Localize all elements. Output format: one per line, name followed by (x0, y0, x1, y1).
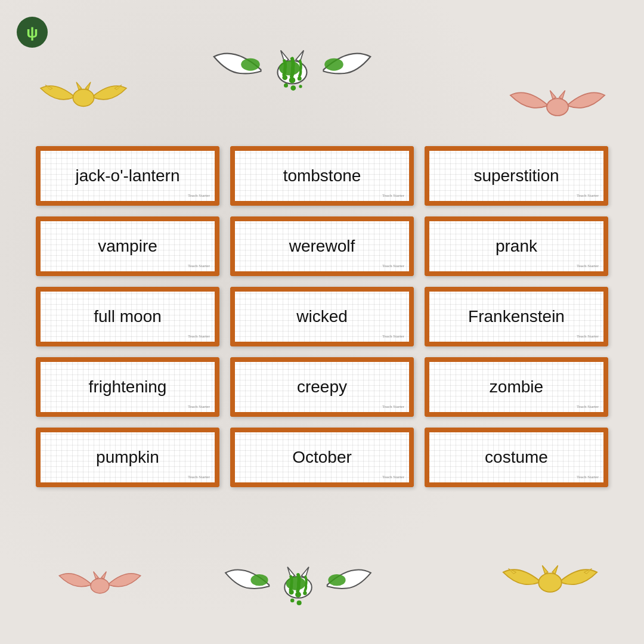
card-creepy-word: creepy (297, 377, 347, 397)
card-prank-word: prank (496, 237, 537, 256)
card-october-word: October (292, 448, 352, 467)
card-pumpkin: pumpkinTeach Starter (36, 428, 219, 487)
svg-point-19 (250, 574, 268, 586)
card-tombstone-word: tombstone (283, 166, 361, 185)
card-zombie-brand: Teach Starter (577, 404, 599, 409)
svg-point-22 (538, 573, 562, 592)
svg-point-8 (241, 58, 260, 71)
card-vampire-brand: Teach Starter (188, 264, 210, 268)
card-full-moon: full moonTeach Starter (36, 287, 219, 346)
svg-point-21 (286, 577, 306, 590)
card-werewolf: werewolfTeach Starter (230, 216, 414, 276)
svg-point-0 (73, 89, 94, 107)
card-werewolf-word: werewolf (289, 237, 355, 256)
card-full-moon-word: full moon (94, 307, 162, 326)
svg-point-5 (284, 83, 288, 88)
bat-bottom-left (54, 558, 146, 611)
card-pumpkin-brand: Teach Starter (188, 475, 210, 479)
card-jack-o-lantern-brand: Teach Starter (188, 193, 210, 198)
svg-point-20 (328, 574, 345, 586)
bat-top-center (209, 36, 376, 112)
card-vampire: vampireTeach Starter (36, 216, 219, 276)
card-frankenstein-brand: Teach Starter (577, 334, 599, 339)
card-prank-brand: Teach Starter (577, 264, 599, 268)
card-wicked-word: wicked (296, 307, 348, 326)
logo: ψ (17, 17, 48, 48)
card-zombie-word: zombie (490, 377, 543, 397)
card-zombie: zombieTeach Starter (425, 357, 608, 417)
card-creepy: creepyTeach Starter (230, 357, 414, 417)
svg-point-15 (295, 592, 301, 597)
svg-point-10 (279, 61, 300, 76)
card-creepy-brand: Teach Starter (382, 404, 404, 409)
card-jack-o-lantern-word: jack-o'-lantern (76, 166, 180, 185)
card-prank: prankTeach Starter (425, 216, 608, 276)
svg-point-4 (298, 76, 302, 80)
card-full-moon-brand: Teach Starter (188, 334, 210, 339)
card-tombstone: tombstoneTeach Starter (230, 146, 414, 206)
svg-point-3 (289, 77, 296, 83)
svg-point-12 (91, 578, 109, 593)
card-frightening: frighteningTeach Starter (36, 357, 219, 417)
card-wicked: wickedTeach Starter (230, 287, 414, 346)
svg-point-2 (282, 75, 287, 80)
card-costume-word: costume (485, 448, 548, 467)
card-frightening-brand: Teach Starter (188, 404, 210, 409)
card-vampire-word: vampire (98, 237, 157, 256)
card-superstition-word: superstition (473, 166, 559, 185)
svg-point-16 (303, 592, 307, 596)
card-werewolf-brand: Teach Starter (382, 264, 404, 268)
card-jack-o-lantern: jack-o'-lanternTeach Starter (36, 146, 219, 206)
bat-bottom-center (221, 551, 376, 626)
svg-point-6 (290, 85, 296, 91)
card-frankenstein-word: Frankenstein (468, 307, 565, 326)
svg-point-17 (290, 599, 295, 603)
card-pumpkin-word: pumpkin (96, 448, 159, 467)
card-costume-brand: Teach Starter (577, 475, 599, 479)
bat-bottom-right (498, 554, 602, 609)
svg-point-9 (324, 58, 343, 71)
card-superstition: superstitionTeach Starter (425, 146, 608, 206)
card-wicked-brand: Teach Starter (382, 334, 404, 339)
bat-top-left (36, 72, 131, 122)
svg-point-11 (547, 98, 568, 116)
svg-point-18 (297, 600, 302, 605)
card-superstition-brand: Teach Starter (577, 193, 599, 198)
card-tombstone-brand: Teach Starter (382, 193, 404, 198)
card-frankenstein: FrankensteinTeach Starter (425, 287, 608, 346)
card-frightening-word: frightening (89, 377, 167, 397)
word-cards-grid: jack-o'-lanternTeach StartertombstoneTea… (36, 146, 608, 487)
svg-point-7 (299, 85, 302, 88)
card-costume: costumeTeach Starter (425, 428, 608, 487)
logo-symbol: ψ (26, 24, 38, 40)
card-october-brand: Teach Starter (382, 475, 404, 479)
card-october: OctoberTeach Starter (230, 428, 414, 487)
svg-point-14 (289, 590, 294, 595)
bat-top-right (504, 78, 611, 134)
